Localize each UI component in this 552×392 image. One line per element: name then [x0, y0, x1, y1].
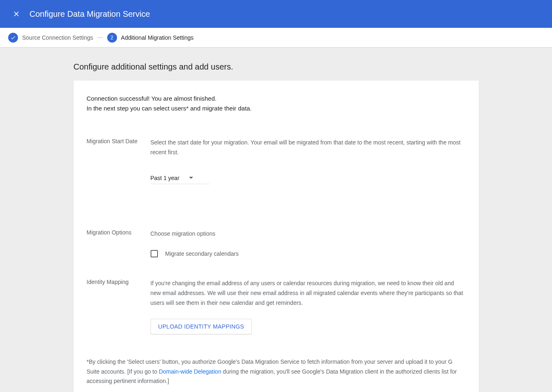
section-label: Identity Mapping	[87, 279, 151, 334]
section-body: Choose migration options Migrate seconda…	[151, 229, 466, 258]
section-body: Select the start date for your migration…	[151, 138, 466, 184]
app-header: Configure Data Migration Service	[0, 0, 552, 28]
migrate-secondary-calendars-checkbox[interactable]	[151, 250, 158, 257]
options-description: Choose migration options	[151, 229, 466, 239]
section-identity-mapping: Identity Mapping If you're changing the …	[87, 279, 466, 334]
step-label: Additional Migration Settings	[121, 34, 194, 41]
step-divider	[97, 37, 103, 38]
option-row: Migrate secondary calendars	[151, 250, 466, 257]
section-migration-options: Migration Options Choose migration optio…	[87, 229, 466, 258]
checkbox-label: Migrate secondary calendars	[165, 250, 239, 257]
step-source-connection[interactable]: Source Connection Settings	[8, 33, 93, 43]
close-icon	[12, 10, 20, 18]
start-date-select-wrap: Past 1 year	[151, 172, 210, 184]
identity-description: If you're changing the email address of …	[151, 279, 466, 308]
start-date-description: Select the start date for your migration…	[151, 138, 466, 158]
section-label: Migration Start Date	[87, 138, 151, 184]
page-title: Configure additional settings and add us…	[74, 62, 479, 72]
start-date-select[interactable]: Past 1 year	[151, 172, 210, 184]
section-label: Migration Options	[87, 229, 151, 258]
step-done-badge	[8, 33, 18, 43]
step-number-badge: 2	[107, 33, 117, 43]
select-value: Past 1 year	[151, 175, 180, 181]
upload-identity-mappings-button[interactable]: UPLOAD IDENTITY MAPPINGS	[151, 319, 252, 334]
stepper: Source Connection Settings 2 Additional …	[0, 28, 552, 47]
chevron-down-icon	[189, 177, 193, 179]
settings-card: Connection successful! You are almost fi…	[74, 81, 479, 392]
domain-wide-delegation-link[interactable]: Domain-wide Delegation	[159, 368, 221, 375]
step-additional-migration[interactable]: 2 Additional Migration Settings	[107, 33, 194, 43]
disclaimer-text: *By clicking the 'Select users' button, …	[87, 357, 466, 386]
intro-line-1: Connection successful! You are almost fi…	[87, 94, 466, 104]
header-title: Configure Data Migration Service	[29, 9, 150, 19]
intro-line-2: In the next step you can select users* a…	[87, 104, 466, 113]
close-button[interactable]	[8, 6, 25, 22]
section-body: If you're changing the email address of …	[151, 279, 466, 334]
section-migration-start-date: Migration Start Date Select the start da…	[87, 138, 466, 184]
check-icon	[10, 35, 16, 41]
page-body: Configure additional settings and add us…	[74, 47, 479, 392]
step-label: Source Connection Settings	[22, 34, 93, 41]
